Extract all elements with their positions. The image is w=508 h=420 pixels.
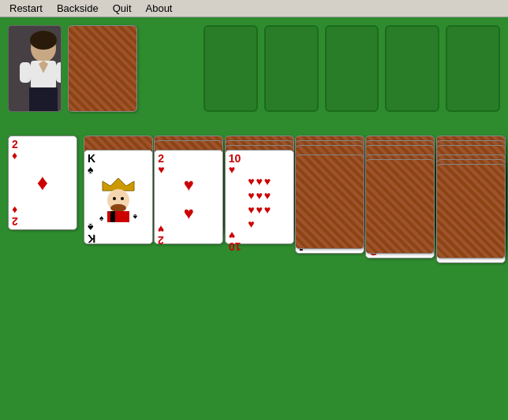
tableau-col-5[interactable]: Q ♥ [365, 136, 429, 238]
stock-pile[interactable] [8, 25, 62, 112]
svg-rect-7 [20, 62, 31, 83]
foundation-3[interactable] [325, 25, 379, 112]
svg-rect-15 [110, 211, 115, 222]
tableau-col-6[interactable]: A ♥ ♥ A ♥ [436, 136, 500, 238]
svg-text:♠: ♠ [133, 213, 137, 221]
tableau-col-0[interactable]: 2 ♦ ♦ 2 ♦ [8, 136, 77, 238]
menu-backside[interactable]: Backside [50, 1, 105, 16]
svg-point-12 [113, 197, 116, 200]
menu-about[interactable]: About [140, 1, 179, 16]
tableau-col-3[interactable]: 10 ♥ ♥ ♥ ♥ ♥ ♥ ♥ ♥ ♥ ♥ [225, 136, 289, 238]
game-area: 2 ♦ ♦ 2 ♦ K ♠ [0, 17, 508, 246]
foundation-2[interactable] [264, 25, 319, 112]
svg-text:♠: ♠ [99, 214, 104, 222]
svg-marker-9 [103, 178, 134, 191]
svg-point-11 [110, 204, 126, 212]
svg-point-3 [30, 31, 57, 50]
foundation-1[interactable] [204, 25, 258, 112]
menu-bar: Restart Backside Quit About [0, 0, 508, 17]
tableau-col-2[interactable]: 2 ♥ ♥ ♥ 2 ♥ [154, 136, 218, 238]
svg-rect-6 [29, 87, 58, 112]
svg-point-13 [121, 197, 124, 200]
top-row [8, 25, 500, 112]
bottom-row: 2 ♦ ♦ 2 ♦ K ♠ [8, 136, 500, 238]
foundation-5[interactable] [446, 25, 500, 112]
svg-rect-8 [56, 62, 62, 83]
waste-pile[interactable] [68, 25, 137, 112]
tableau-col-4[interactable]: J ♣ [295, 136, 359, 238]
menu-quit[interactable]: Quit [106, 1, 138, 16]
tableau-col-1[interactable]: K ♠ [84, 136, 148, 238]
foundation-4[interactable] [385, 25, 439, 112]
menu-restart[interactable]: Restart [3, 1, 49, 16]
